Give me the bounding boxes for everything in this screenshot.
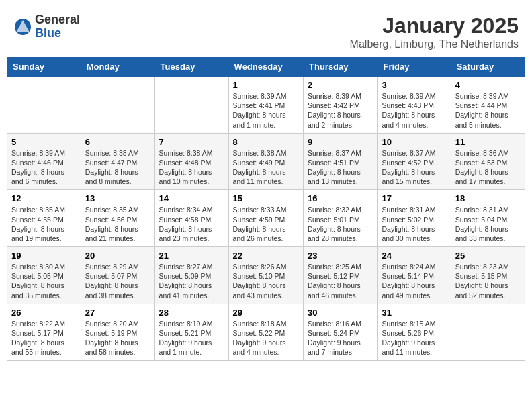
calendar-cell: [81, 77, 154, 134]
logo-general: General: [35, 13, 80, 27]
day-info: Sunrise: 8:29 AM Sunset: 5:07 PM Dayligh…: [85, 262, 150, 300]
day-info: Sunrise: 8:37 AM Sunset: 4:51 PM Dayligh…: [308, 148, 373, 187]
calendar-cell: [7, 77, 81, 134]
day-info: Sunrise: 8:26 AM Sunset: 5:10 PM Dayligh…: [233, 262, 299, 300]
day-info: Sunrise: 8:35 AM Sunset: 4:56 PM Dayligh…: [85, 205, 150, 243]
day-number: 25: [455, 250, 521, 261]
calendar-cell: 5Sunrise: 8:39 AM Sunset: 4:46 PM Daylig…: [7, 133, 81, 190]
logo-blue: Blue: [35, 27, 80, 40]
calendar-cell: 21Sunrise: 8:27 AM Sunset: 5:09 PM Dayli…: [154, 247, 228, 304]
calendar-cell: 3Sunrise: 8:39 AM Sunset: 4:43 PM Daylig…: [378, 77, 451, 134]
day-header-sunday: Sunday: [7, 58, 81, 77]
day-number: 16: [308, 193, 373, 203]
day-header-monday: Monday: [81, 58, 154, 77]
day-number: 18: [455, 193, 521, 203]
day-number: 23: [308, 250, 373, 261]
day-info: Sunrise: 8:16 AM Sunset: 5:24 PM Dayligh…: [308, 319, 373, 357]
location: Malberg, Limburg, The Netherlands: [350, 38, 519, 50]
day-number: 31: [382, 308, 446, 318]
calendar-cell: 11Sunrise: 8:36 AM Sunset: 4:53 PM Dayli…: [451, 133, 525, 190]
logo-icon: [13, 17, 32, 36]
day-info: Sunrise: 8:24 AM Sunset: 5:14 PM Dayligh…: [382, 262, 446, 300]
page-header: General Blue January 2025 Malberg, Limbu…: [7, 7, 525, 54]
day-info: Sunrise: 8:39 AM Sunset: 4:43 PM Dayligh…: [382, 91, 446, 130]
calendar-cell: 1Sunrise: 8:39 AM Sunset: 4:41 PM Daylig…: [228, 77, 303, 134]
calendar-header-row: SundayMondayTuesdayWednesdayThursdayFrid…: [7, 58, 525, 77]
calendar-cell: 31Sunrise: 8:15 AM Sunset: 5:26 PM Dayli…: [378, 304, 451, 361]
day-number: 24: [382, 250, 446, 261]
day-number: 26: [11, 308, 77, 318]
day-info: Sunrise: 8:33 AM Sunset: 4:59 PM Dayligh…: [233, 205, 299, 243]
day-number: 17: [382, 193, 446, 203]
day-number: 6: [85, 137, 150, 147]
calendar-cell: 22Sunrise: 8:26 AM Sunset: 5:10 PM Dayli…: [228, 247, 303, 304]
calendar-week-5: 26Sunrise: 8:22 AM Sunset: 5:17 PM Dayli…: [7, 304, 525, 361]
day-number: 21: [159, 250, 224, 261]
day-number: 20: [85, 250, 150, 261]
day-number: 2: [308, 80, 373, 90]
day-number: 9: [308, 137, 373, 147]
day-info: Sunrise: 8:39 AM Sunset: 4:44 PM Dayligh…: [455, 91, 521, 130]
calendar-cell: 8Sunrise: 8:38 AM Sunset: 4:49 PM Daylig…: [228, 133, 303, 190]
calendar-cell: 10Sunrise: 8:37 AM Sunset: 4:52 PM Dayli…: [378, 133, 451, 190]
calendar-cell: [451, 304, 525, 361]
day-header-tuesday: Tuesday: [154, 58, 228, 77]
day-info: Sunrise: 8:37 AM Sunset: 4:52 PM Dayligh…: [382, 148, 446, 187]
day-info: Sunrise: 8:38 AM Sunset: 4:47 PM Dayligh…: [85, 148, 150, 187]
calendar-week-4: 19Sunrise: 8:30 AM Sunset: 5:05 PM Dayli…: [7, 247, 525, 304]
day-info: Sunrise: 8:22 AM Sunset: 5:17 PM Dayligh…: [11, 319, 77, 357]
calendar-cell: 2Sunrise: 8:39 AM Sunset: 4:42 PM Daylig…: [304, 77, 378, 134]
day-number: 28: [159, 308, 224, 318]
day-header-wednesday: Wednesday: [228, 58, 303, 77]
calendar-cell: 30Sunrise: 8:16 AM Sunset: 5:24 PM Dayli…: [304, 304, 378, 361]
day-info: Sunrise: 8:38 AM Sunset: 4:48 PM Dayligh…: [159, 148, 224, 187]
day-info: Sunrise: 8:39 AM Sunset: 4:42 PM Dayligh…: [308, 91, 373, 130]
calendar-cell: 19Sunrise: 8:30 AM Sunset: 5:05 PM Dayli…: [7, 247, 81, 304]
day-info: Sunrise: 8:27 AM Sunset: 5:09 PM Dayligh…: [159, 262, 224, 300]
day-header-saturday: Saturday: [451, 58, 525, 77]
day-info: Sunrise: 8:31 AM Sunset: 5:04 PM Dayligh…: [455, 205, 521, 243]
day-info: Sunrise: 8:30 AM Sunset: 5:05 PM Dayligh…: [11, 262, 77, 300]
day-info: Sunrise: 8:19 AM Sunset: 5:21 PM Dayligh…: [159, 319, 224, 357]
calendar-cell: 18Sunrise: 8:31 AM Sunset: 5:04 PM Dayli…: [451, 190, 525, 247]
logo-text: General Blue: [35, 13, 80, 40]
day-header-thursday: Thursday: [304, 58, 378, 77]
day-number: 19: [11, 250, 77, 261]
day-number: 30: [308, 308, 373, 318]
day-info: Sunrise: 8:36 AM Sunset: 4:53 PM Dayligh…: [455, 148, 521, 187]
day-info: Sunrise: 8:18 AM Sunset: 5:22 PM Dayligh…: [233, 319, 299, 357]
calendar-cell: 6Sunrise: 8:38 AM Sunset: 4:47 PM Daylig…: [81, 133, 154, 190]
day-number: 3: [382, 80, 446, 90]
day-number: 7: [159, 137, 224, 147]
day-header-friday: Friday: [378, 58, 451, 77]
day-number: 1: [233, 80, 299, 90]
calendar-cell: 23Sunrise: 8:25 AM Sunset: 5:12 PM Dayli…: [304, 247, 378, 304]
day-info: Sunrise: 8:20 AM Sunset: 5:19 PM Dayligh…: [85, 319, 150, 357]
day-info: Sunrise: 8:39 AM Sunset: 4:41 PM Dayligh…: [233, 91, 299, 130]
day-number: 5: [11, 137, 77, 147]
calendar-table: SundayMondayTuesdayWednesdayThursdayFrid…: [7, 57, 525, 361]
calendar-cell: 16Sunrise: 8:32 AM Sunset: 5:01 PM Dayli…: [304, 190, 378, 247]
month-title: January 2025: [350, 13, 519, 38]
calendar-cell: 29Sunrise: 8:18 AM Sunset: 5:22 PM Dayli…: [228, 304, 303, 361]
calendar-cell: 14Sunrise: 8:34 AM Sunset: 4:58 PM Dayli…: [154, 190, 228, 247]
logo: General Blue: [13, 13, 80, 40]
day-info: Sunrise: 8:15 AM Sunset: 5:26 PM Dayligh…: [382, 319, 446, 357]
day-number: 12: [11, 193, 77, 203]
day-number: 13: [85, 193, 150, 203]
calendar-cell: 17Sunrise: 8:31 AM Sunset: 5:02 PM Dayli…: [378, 190, 451, 247]
calendar-cell: 20Sunrise: 8:29 AM Sunset: 5:07 PM Dayli…: [81, 247, 154, 304]
day-number: 11: [455, 137, 521, 147]
calendar-week-1: 1Sunrise: 8:39 AM Sunset: 4:41 PM Daylig…: [7, 77, 525, 134]
calendar-cell: 24Sunrise: 8:24 AM Sunset: 5:14 PM Dayli…: [378, 247, 451, 304]
day-info: Sunrise: 8:31 AM Sunset: 5:02 PM Dayligh…: [382, 205, 446, 243]
day-number: 15: [233, 193, 299, 203]
day-number: 22: [233, 250, 299, 261]
calendar-cell: 26Sunrise: 8:22 AM Sunset: 5:17 PM Dayli…: [7, 304, 81, 361]
day-number: 4: [455, 80, 521, 90]
calendar-cell: [154, 77, 228, 134]
calendar-cell: 27Sunrise: 8:20 AM Sunset: 5:19 PM Dayli…: [81, 304, 154, 361]
day-info: Sunrise: 8:32 AM Sunset: 5:01 PM Dayligh…: [308, 205, 373, 243]
day-number: 8: [233, 137, 299, 147]
day-info: Sunrise: 8:34 AM Sunset: 4:58 PM Dayligh…: [159, 205, 224, 243]
